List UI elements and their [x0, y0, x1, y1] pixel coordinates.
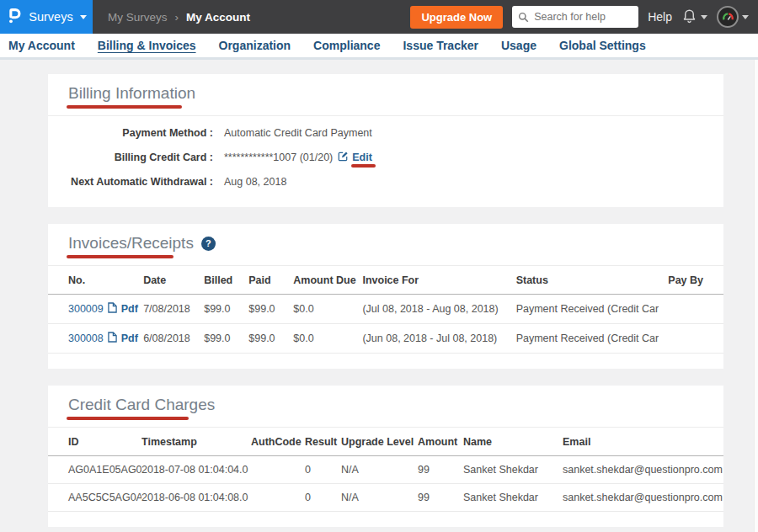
charge-result: 0: [305, 484, 341, 512]
invoice-amount-due: $0.0: [293, 295, 362, 324]
gauge-icon: [722, 11, 734, 24]
search-icon: [518, 11, 529, 26]
invoice-pdf-link[interactable]: Pdf: [121, 332, 138, 344]
section-title-credit-card-charges: Credit Card Charges: [68, 396, 703, 414]
edit-card-link[interactable]: Edit: [338, 151, 372, 164]
invoice-billed: $99.0: [204, 324, 248, 354]
product-label: Surveys: [29, 10, 72, 24]
invoice-date: 6/08/2018: [143, 324, 204, 354]
pdf-icon: [108, 332, 117, 345]
breadcrumb-separator-icon: ›: [175, 11, 179, 24]
charge-authcode: [251, 456, 305, 484]
charge-email: sanket.shekdar@questionpro.com: [563, 484, 723, 512]
annotation-underline: [67, 417, 189, 420]
breadcrumb-current: My Account: [186, 11, 250, 24]
tab-my-account[interactable]: My Account: [8, 39, 75, 52]
invoice-number-link[interactable]: 300009: [68, 303, 104, 315]
charges-table: ID Timestamp AuthCode Result Upgrade Lev…: [48, 428, 723, 512]
charge-name: Sanket Shekdar: [463, 484, 563, 512]
notifications-button[interactable]: [681, 8, 707, 27]
billing-credit-card-label: Billing Credit Card :: [68, 152, 213, 163]
payment-method-value: Automatic Credit Card Payment: [224, 127, 372, 139]
invoice-date: 7/08/2018: [143, 295, 204, 324]
charge-timestamp: 2018-07-08 01:04:04.0: [141, 456, 251, 484]
chevron-down-icon: [80, 15, 87, 19]
next-withdrawal-value: Aug 08, 2018: [224, 176, 286, 188]
charge-row: AG0A1E05AG0A 2018-07-08 01:04:04.0 0 N/A…: [48, 456, 723, 484]
invoice-row: 300008 Pdf 6/08/2018 $99.0 $99.0 $0.0 (J…: [48, 324, 723, 354]
invoice-number-link[interactable]: 300008: [68, 332, 104, 344]
charge-authcode: [251, 484, 305, 512]
annotation-underline: [67, 255, 173, 258]
product-switcher[interactable]: Surveys: [0, 0, 93, 34]
charge-upgrade-level: N/A: [341, 484, 418, 512]
invoice-amount-due: $0.0: [293, 324, 362, 354]
section-title-invoices-receipts: Invoices/Receipts ?: [68, 234, 703, 253]
topbar-actions: Upgrade Now Help: [410, 6, 758, 29]
tab-organization[interactable]: Organization: [219, 39, 291, 52]
charge-amount: 99: [418, 484, 463, 512]
invoice-pay-by: [659, 324, 723, 354]
help-search: [512, 6, 638, 28]
account-menu-button[interactable]: [717, 6, 749, 28]
scrollbar-track[interactable]: [754, 60, 758, 532]
charge-name: Sanket Shekdar: [463, 456, 563, 484]
invoice-pdf-link[interactable]: Pdf: [121, 303, 138, 315]
search-input[interactable]: [512, 6, 638, 28]
chevron-down-icon: [742, 15, 749, 19]
invoice-paid: $99.0: [248, 324, 293, 354]
next-withdrawal-label: Next Automatic Withdrawal :: [68, 176, 213, 188]
breadcrumb-parent[interactable]: My Surveys: [108, 11, 168, 24]
invoice-status: Payment Received (Credit Card): [516, 295, 659, 324]
top-bar: Surveys My Surveys › My Account Upgrade …: [0, 0, 758, 34]
upgrade-now-button[interactable]: Upgrade Now: [410, 6, 503, 29]
pdf-icon: [108, 302, 117, 316]
help-circle-icon[interactable]: ?: [201, 237, 216, 251]
tab-billing-invoices[interactable]: Billing & Invoices: [98, 39, 196, 52]
annotation-underline: [351, 164, 376, 168]
section-title-billing-information: Billing Information: [68, 84, 703, 103]
invoices-receipts-card: Invoices/Receipts ? No. Date Billed Paid…: [48, 224, 723, 369]
payment-method-label: Payment Method :: [68, 127, 213, 139]
invoice-row: 300009 Pdf 7/08/2018 $99.0 $99.0 $0.0 (J…: [48, 295, 723, 324]
charge-row: AA5C5C5AG0A 2018-06-08 01:04:08.0 0 N/A …: [48, 484, 723, 512]
billing-credit-card-row: Billing Credit Card : ************1007 (…: [68, 145, 703, 170]
account-nav: My Account Billing & Invoices Organizati…: [0, 34, 758, 60]
avatar: [717, 6, 739, 28]
payment-method-row: Payment Method : Automatic Credit Card P…: [68, 121, 703, 145]
charge-id: AA5C5C5AG0A: [48, 484, 141, 512]
charge-result: 0: [305, 456, 341, 484]
help-link[interactable]: Help: [648, 10, 672, 24]
tab-global-settings[interactable]: Global Settings: [559, 39, 646, 52]
charge-email: sanket.shekdar@questionpro.com: [563, 456, 723, 484]
invoice-status: Payment Received (Credit Card): [516, 324, 659, 354]
charge-amount: 99: [418, 456, 463, 484]
charge-timestamp: 2018-06-08 01:04:08.0: [141, 484, 251, 512]
tab-issue-tracker[interactable]: Issue Tracker: [403, 39, 478, 52]
edit-icon: [338, 151, 349, 164]
charge-id: AG0A1E05AG0A: [48, 456, 141, 484]
billing-page: Billing Information Payment Method : Aut…: [0, 60, 758, 527]
questionpro-logo-icon: [6, 6, 22, 28]
annotation-underline: [67, 105, 182, 109]
invoices-header-row: No. Date Billed Paid Amount Due Invoice …: [48, 266, 723, 295]
billing-information-card: Billing Information Payment Method : Aut…: [48, 74, 723, 207]
chevron-down-icon: [701, 15, 707, 19]
charge-upgrade-level: N/A: [341, 456, 418, 484]
invoice-billed: $99.0: [204, 295, 248, 324]
charges-header-row: ID Timestamp AuthCode Result Upgrade Lev…: [48, 428, 723, 456]
next-withdrawal-row: Next Automatic Withdrawal : Aug 08, 2018: [68, 170, 703, 194]
invoice-for: (Jul 08, 2018 - Aug 08, 2018): [362, 295, 515, 324]
invoices-table: No. Date Billed Paid Amount Due Invoice …: [48, 266, 723, 354]
credit-card-charges-card: Credit Card Charges ID Timestamp AuthCod…: [48, 386, 723, 527]
billing-credit-card-value: ************1007 (01/20): [224, 152, 333, 163]
invoice-pay-by: [659, 295, 723, 324]
tab-compliance[interactable]: Compliance: [313, 39, 380, 52]
bell-icon: [681, 8, 697, 27]
breadcrumb: My Surveys › My Account: [108, 11, 250, 24]
invoice-paid: $99.0: [248, 295, 293, 324]
invoice-for: (Jun 08, 2018 - Jul 08, 2018): [362, 324, 515, 354]
tab-usage[interactable]: Usage: [501, 39, 536, 52]
